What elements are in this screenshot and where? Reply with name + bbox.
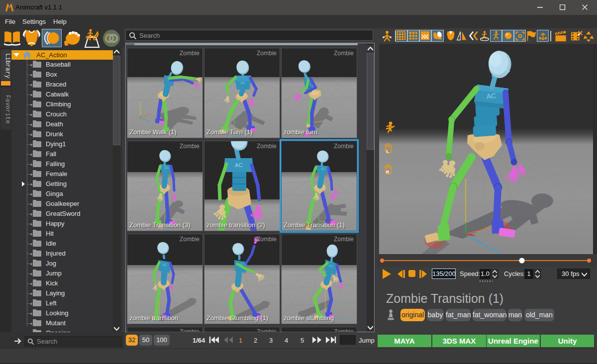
svg-text:AC: AC [321, 167, 325, 171]
svg-text:R: R [386, 170, 389, 175]
svg-text:AC: AC [235, 162, 242, 168]
svg-text:AC: AC [240, 81, 245, 85]
svg-text:AC: AC [164, 166, 169, 170]
svg-text:AC: AC [486, 91, 497, 100]
svg-text:AC: AC [328, 264, 333, 268]
svg-text:AC: AC [162, 263, 167, 267]
svg-text:L: L [386, 149, 389, 154]
